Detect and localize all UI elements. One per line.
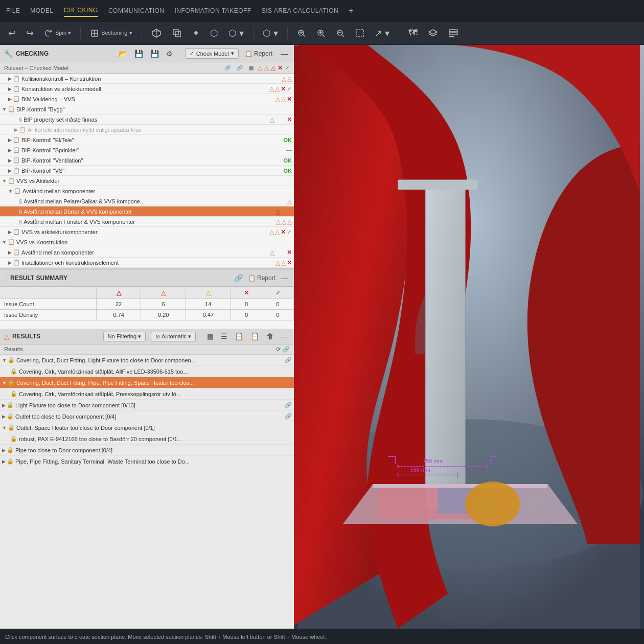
row-toggle[interactable]: ▶ xyxy=(14,127,18,132)
results-close-btn[interactable]: — xyxy=(279,331,290,341)
check-row-konstruktion[interactable]: ▶ 📋 Konstruktion vs arkitekturmodell △ △… xyxy=(0,84,294,94)
menu-information-takeoff[interactable]: INFORMATION TAKEOFF xyxy=(174,5,251,16)
check-row-bip-el[interactable]: ▶ 📋 BIP-Kontroll "El/Tele" OK xyxy=(0,135,294,145)
check-row-bip-vs[interactable]: ▶ 📋 BIP-Kontroll "VS" OK xyxy=(0,166,294,176)
menu-model[interactable]: MODEL xyxy=(30,5,53,16)
row-toggle[interactable]: ▶ xyxy=(8,168,12,173)
spin-button[interactable]: Spin ▾ xyxy=(41,27,74,40)
ruleset-table-btn[interactable]: ▦ xyxy=(247,64,256,72)
menu-plus-button[interactable]: + xyxy=(349,6,353,15)
row-toggle[interactable]: ▶ xyxy=(8,76,12,81)
results-export-btn[interactable]: 📋 xyxy=(248,331,261,341)
check-row-bip-bygg[interactable]: ▼ 📋 BIP-Kontroll "Bygg" xyxy=(0,104,294,114)
row-toggle[interactable]: ▶ xyxy=(2,448,6,453)
map-button[interactable]: 🗺 xyxy=(405,26,421,40)
check-row-bip-vent[interactable]: ▶ 📋 BIP-Kontroll "Ventilation" OK xyxy=(0,155,294,166)
result-link-4[interactable]: 🔗 xyxy=(285,413,292,420)
check-row-pelare[interactable]: ▶ § Avstånd mellan Pelare/Balkar & VVS k… xyxy=(0,196,294,206)
result-row-5[interactable]: ▼ 🔒 Outlet, Space Heater too close to Do… xyxy=(0,422,294,433)
row-toggle[interactable]: ▶ xyxy=(8,97,12,102)
result-row-2a[interactable]: 🔒 Covering, Cirk, Varmförzinkad stålplåt… xyxy=(0,388,294,400)
result-row-1a[interactable]: 🔒 Covering, Cirk, Varmförzinkad stålplåt… xyxy=(0,366,294,377)
menu-checking[interactable]: CHECKING xyxy=(64,5,98,17)
zoom-box-button[interactable] xyxy=(352,27,367,40)
ruleset-icon2[interactable]: 🔗 xyxy=(235,64,245,72)
auto-button[interactable]: ⊙ Automatic ▾ xyxy=(151,332,196,341)
row-toggle[interactable]: ▶ xyxy=(8,86,12,91)
row-toggle[interactable]: ▼ xyxy=(2,358,7,363)
row-toggle[interactable]: ▶ xyxy=(8,148,12,153)
filter-button[interactable]: No Filtering ▾ xyxy=(103,332,146,341)
menu-communication[interactable]: COMMUNICATION xyxy=(108,5,165,16)
summary-close-btn[interactable]: — xyxy=(279,273,290,283)
view2-dropdown-button[interactable]: ⬡ ▾ xyxy=(260,26,281,41)
3d-viewport[interactable]: 750 mm 588 mm xyxy=(294,45,644,629)
result-link-3[interactable]: 🔗 xyxy=(285,402,292,408)
result-row-2[interactable]: ▼ 🔒 Covering, Duct, Duct Fitting, Pipe, … xyxy=(0,377,294,388)
arrow-dropdown-button[interactable]: ↗ ▾ xyxy=(372,26,393,41)
check-row-installationer[interactable]: ▶ 📋 Installationer och konstruktionselem… xyxy=(0,258,294,268)
checking-close-button[interactable]: — xyxy=(279,49,290,59)
checking-open-button[interactable]: 📂 xyxy=(117,49,129,59)
checking-settings-button[interactable]: ⚙ xyxy=(164,49,175,59)
results-link-icon[interactable]: 🔗 xyxy=(283,346,290,353)
undo-button[interactable]: ↩ xyxy=(5,26,19,41)
checking-save2-button[interactable]: 💾 xyxy=(148,49,161,59)
summary-report-btn[interactable]: 📋 Report xyxy=(245,273,279,283)
row-toggle[interactable]: ▶ xyxy=(8,137,12,143)
row-toggle[interactable]: ▶ xyxy=(8,229,12,235)
stack-button[interactable] xyxy=(445,26,462,40)
ruleset-icon1[interactable]: 🔗 xyxy=(222,64,233,72)
menu-file[interactable]: FILE xyxy=(6,5,20,16)
row-toggle[interactable]: ▶ xyxy=(2,414,6,419)
row-toggle[interactable]: ▶ xyxy=(8,158,12,163)
check-row-ar-korrekt[interactable]: ▶ 📋 Är korrekt information ifylld enligt… xyxy=(0,125,294,135)
cube-button-2[interactable] xyxy=(169,26,185,40)
row-toggle[interactable]: ▼ xyxy=(8,189,13,194)
view-dropdown-button[interactable]: ⬡ ▾ xyxy=(225,26,247,41)
row-toggle[interactable]: ▶ xyxy=(2,403,6,408)
report-button-1[interactable]: 📋 Report xyxy=(242,49,275,58)
row-toggle[interactable]: ▶ xyxy=(8,250,12,255)
result-row-4[interactable]: ▶ 🔒 Outlet too close to Door component [… xyxy=(0,411,294,422)
layers-button[interactable] xyxy=(425,26,441,40)
sectioning-button[interactable]: Sectioning ▾ xyxy=(87,27,135,40)
check-row-bim[interactable]: ▶ 📋 BIM Validering – VVS △ △ ✕ xyxy=(0,94,294,104)
result-row-3[interactable]: ▶ 🔒 Light Fixture too close to Door comp… xyxy=(0,400,294,411)
row-toggle[interactable]: ▼ xyxy=(2,178,7,183)
row-toggle[interactable]: ▶ xyxy=(8,260,12,265)
results-list-btn[interactable]: ☰ xyxy=(219,331,229,341)
result-row-5a[interactable]: 🔒 robust, PAX E-9412166 too close to Bas… xyxy=(0,433,294,445)
result-row-6[interactable]: ▶ 🔒 Pipe too close to Door component [0/… xyxy=(0,445,294,456)
cube-button-1[interactable] xyxy=(148,26,165,40)
check-row-avstand-konstr[interactable]: ▶ 📋 Avstånd mellan komponenter △ ✕ xyxy=(0,247,294,258)
summary-icon1[interactable]: 🔗 xyxy=(232,273,245,283)
check-row-vvs-ark[interactable]: ▶ 📋 VVS vs arkitekturkomponenter △ △ ✕ ✓ xyxy=(0,227,294,237)
zoom-fit-button[interactable] xyxy=(294,27,309,40)
row-toggle[interactable]: ▼ xyxy=(2,240,7,245)
row-toggle[interactable]: ▼ xyxy=(2,107,7,112)
check-row-vvs-aktitektur[interactable]: ▼ 📋 VVS vs Aktitektur xyxy=(0,176,294,186)
zoom-in-button[interactable] xyxy=(313,27,329,40)
check-row-avstand-group[interactable]: ▼ 📋 Avstånd mellan komponenter xyxy=(0,186,294,196)
redo-button[interactable]: ↪ xyxy=(23,26,37,41)
view-button[interactable]: ⬡ xyxy=(207,26,221,41)
zoom-out-button[interactable] xyxy=(333,27,348,40)
results-copy-btn[interactable]: 📋 xyxy=(233,331,245,341)
check-row-kollision[interactable]: ▶ 📋 Kollisionskontroll – Konstruktion △ … xyxy=(0,74,294,84)
row-toggle[interactable]: ▼ xyxy=(2,425,7,430)
cross-button[interactable]: ✦ xyxy=(189,26,203,41)
results-del-btn[interactable]: 🗑 xyxy=(264,331,275,341)
menu-sis-area[interactable]: SIS AREA CALCULATION xyxy=(262,5,339,16)
checking-save-button[interactable]: 💾 xyxy=(132,49,145,59)
row-toggle[interactable]: ▶ xyxy=(2,459,6,464)
check-model-button[interactable]: ✓ Check Model ▾ xyxy=(185,48,239,59)
results-reload-icon[interactable]: ⟳ xyxy=(276,346,281,353)
result-link-1[interactable]: 🔗 xyxy=(285,357,292,363)
check-row-fonster[interactable]: ▶ § Avstånd mellan Fönster & VVS kompone… xyxy=(0,217,294,227)
check-row-bip-property[interactable]: ▶ § BIP property set måste finnas △ ✕ xyxy=(0,114,294,125)
results-icons-btn[interactable]: ▤ xyxy=(205,331,216,341)
result-row-1[interactable]: ▼ 🔒 Covering, Duct, Duct Fitting, Light … xyxy=(0,355,294,366)
check-row-bip-sprinkler[interactable]: ▶ 📋 BIP-Kontroll "Sprinkler" — xyxy=(0,145,294,155)
check-row-dorrar[interactable]: ▶ § Avstånd mellan Dörrar & VVS komponen… xyxy=(0,206,294,217)
